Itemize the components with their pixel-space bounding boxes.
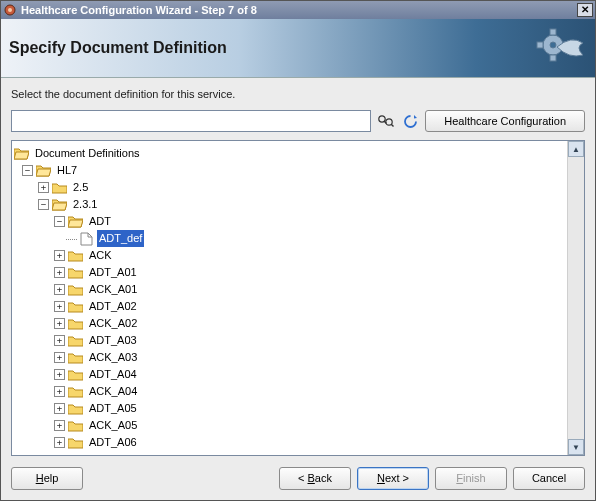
tree-node[interactable]: +ACK_A04 (14, 383, 565, 400)
svg-marker-26 (68, 303, 83, 312)
tree-label: ADT_A03 (87, 332, 139, 349)
tree-leaf-adt-def[interactable]: ADT_def (14, 230, 565, 247)
search-input[interactable] (11, 110, 371, 132)
tree-label: HL7 (55, 162, 79, 179)
cancel-button[interactable]: Cancel (513, 467, 585, 490)
tree-label: ACK_A05 (87, 417, 139, 434)
tree-node[interactable]: +ADT_A01 (14, 264, 565, 281)
expand-icon[interactable]: + (54, 420, 65, 431)
scrollbar[interactable]: ▲ ▼ (567, 141, 584, 455)
expand-icon[interactable]: + (54, 335, 65, 346)
folder-icon (68, 351, 83, 364)
tree-label: ADT_A02 (87, 298, 139, 315)
svg-marker-19 (52, 203, 67, 210)
svg-marker-12 (414, 115, 417, 119)
tree-label: ACK_A02 (87, 315, 139, 332)
back-button[interactable]: < Back (279, 467, 351, 490)
folder-icon (68, 283, 83, 296)
svg-marker-22 (81, 233, 92, 245)
refresh-icon[interactable] (401, 112, 419, 130)
help-button[interactable]: Help (11, 467, 83, 490)
instruction-text: Select the document definition for this … (1, 78, 595, 104)
tree-node-2-3-1[interactable]: − 2.3.1 (14, 196, 565, 213)
tree-node[interactable]: +ADT_A02 (14, 298, 565, 315)
tree-node[interactable]: +ADT_A05 (14, 400, 565, 417)
svg-marker-28 (68, 337, 83, 346)
folder-icon (68, 402, 83, 415)
tree-node[interactable]: +ACK_A03 (14, 349, 565, 366)
finish-button: Finish (435, 467, 507, 490)
next-button[interactable]: Next > (357, 467, 429, 490)
tree-root[interactable]: Document Definitions (14, 145, 565, 162)
tree-connector (66, 233, 80, 244)
app-icon (3, 3, 17, 17)
tree-node[interactable]: +ACK (14, 247, 565, 264)
collapse-icon[interactable]: − (22, 165, 33, 176)
tree-node[interactable]: +ADT_A06 (14, 434, 565, 451)
tree-label: ACK_A01 (87, 281, 139, 298)
expand-icon[interactable]: + (38, 182, 49, 193)
svg-point-1 (8, 8, 12, 12)
collapse-icon[interactable]: − (38, 199, 49, 210)
folder-icon (68, 419, 83, 432)
tree-node-hl7[interactable]: − HL7 (14, 162, 565, 179)
expand-icon[interactable]: + (54, 403, 65, 414)
expand-icon[interactable]: + (54, 386, 65, 397)
folder-icon (68, 368, 83, 381)
svg-marker-33 (68, 422, 83, 431)
document-tree[interactable]: Document Definitions − HL7 + 2.5 − 2.3.1 (12, 141, 567, 455)
tree-node[interactable]: +ADT_A04 (14, 366, 565, 383)
svg-marker-25 (68, 286, 83, 295)
gear-icon (535, 25, 583, 73)
search-icon[interactable] (377, 112, 395, 130)
tree-label: ACK_A04 (87, 383, 139, 400)
collapse-icon[interactable]: − (54, 216, 65, 227)
tree-node-2-5[interactable]: + 2.5 (14, 179, 565, 196)
tree-label: ADT_A01 (87, 264, 139, 281)
svg-marker-17 (52, 184, 67, 193)
svg-marker-31 (68, 388, 83, 397)
folder-open-icon (68, 215, 83, 228)
svg-marker-14 (14, 152, 29, 159)
tree-label: 2.3.1 (71, 196, 99, 213)
expand-icon[interactable]: + (54, 267, 65, 278)
tree-node[interactable]: +ACK_A02 (14, 315, 565, 332)
tree-node[interactable]: +ACK_A05 (14, 417, 565, 434)
tree-node-adt[interactable]: − ADT (14, 213, 565, 230)
window-title: Healthcare Configuration Wizard - Step 7… (21, 4, 577, 16)
expand-icon[interactable]: + (54, 352, 65, 363)
svg-marker-32 (68, 405, 83, 414)
tree-node[interactable]: +ACK_A01 (14, 281, 565, 298)
tree-label: ADT_A04 (87, 366, 139, 383)
close-button[interactable]: ✕ (577, 3, 593, 17)
scroll-down-icon[interactable]: ▼ (568, 439, 584, 455)
svg-marker-24 (68, 269, 83, 278)
folder-icon (68, 266, 83, 279)
tree-panel: Document Definitions − HL7 + 2.5 − 2.3.1 (11, 140, 585, 456)
scroll-up-icon[interactable]: ▲ (568, 141, 584, 157)
tree-label: ACK_A03 (87, 349, 139, 366)
expand-icon[interactable]: + (54, 284, 65, 295)
healthcare-config-button[interactable]: Healthcare Configuration (425, 110, 585, 132)
svg-marker-29 (68, 354, 83, 363)
expand-icon[interactable]: + (54, 369, 65, 380)
wizard-window: Healthcare Configuration Wizard - Step 7… (0, 0, 596, 501)
tree-label: Document Definitions (33, 145, 142, 162)
expand-icon[interactable]: + (54, 318, 65, 329)
svg-line-11 (392, 124, 394, 126)
folder-icon (68, 317, 83, 330)
svg-point-3 (550, 42, 556, 48)
document-icon (80, 232, 93, 246)
svg-marker-23 (68, 252, 83, 261)
tree-label: ADT_A06 (87, 434, 139, 451)
expand-icon[interactable]: + (54, 301, 65, 312)
expand-icon[interactable]: + (54, 250, 65, 261)
folder-open-icon (52, 198, 67, 211)
help-label: elp (44, 472, 59, 484)
titlebar: Healthcare Configuration Wizard - Step 7… (1, 1, 595, 19)
search-row: Healthcare Configuration (1, 104, 595, 140)
svg-rect-5 (550, 55, 556, 61)
tree-node[interactable]: +ADT_A03 (14, 332, 565, 349)
expand-icon[interactable]: + (54, 437, 65, 448)
folder-icon (52, 181, 67, 194)
